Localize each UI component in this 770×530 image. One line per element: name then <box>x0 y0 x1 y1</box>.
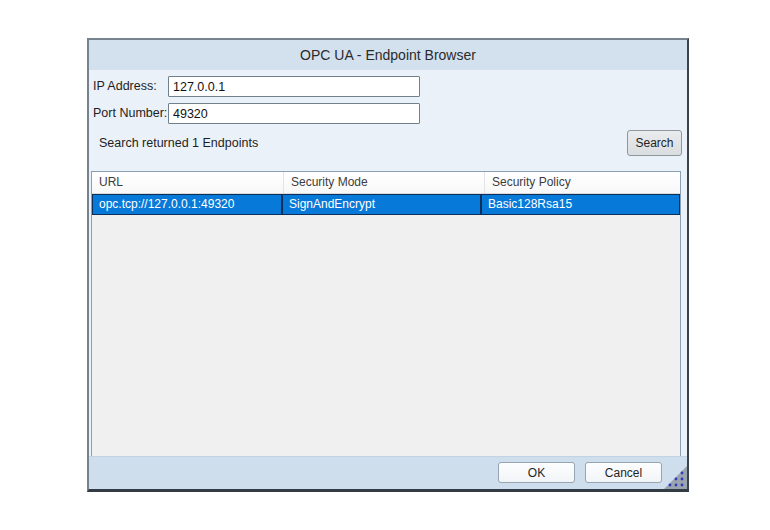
ip-address-input[interactable] <box>168 76 420 97</box>
dialog-title: OPC UA - Endpoint Browser <box>300 47 476 63</box>
ok-button[interactable]: OK <box>498 462 575 483</box>
column-header-url[interactable]: URL <box>92 172 284 193</box>
search-status-text: Search returned 1 Endpoints <box>99 136 258 150</box>
column-header-security-policy[interactable]: Security Policy <box>485 172 680 193</box>
cell-security-mode[interactable]: SignAndEncrypt <box>283 195 482 214</box>
resize-grip-icon[interactable] <box>664 466 687 489</box>
endpoints-table[interactable]: URL Security Mode Security Policy opc.tc… <box>91 171 681 457</box>
table-row[interactable]: opc.tcp://127.0.0.1:49320 SignAndEncrypt… <box>92 194 680 215</box>
search-button[interactable]: Search <box>627 130 682 156</box>
opcua-endpoint-browser-dialog: OPC UA - Endpoint Browser IP Address: Po… <box>87 38 689 492</box>
cancel-button[interactable]: Cancel <box>585 462 662 483</box>
cell-security-policy[interactable]: Basic128Rsa15 <box>482 195 679 214</box>
port-number-input[interactable] <box>168 103 420 124</box>
ip-address-label: IP Address: <box>93 76 157 97</box>
port-number-label: Port Number: <box>93 103 167 124</box>
column-header-security-mode[interactable]: Security Mode <box>284 172 485 193</box>
dialog-titlebar[interactable]: OPC UA - Endpoint Browser <box>89 40 687 70</box>
endpoints-table-header: URL Security Mode Security Policy <box>92 172 680 194</box>
cell-url[interactable]: opc.tcp://127.0.0.1:49320 <box>93 195 283 214</box>
